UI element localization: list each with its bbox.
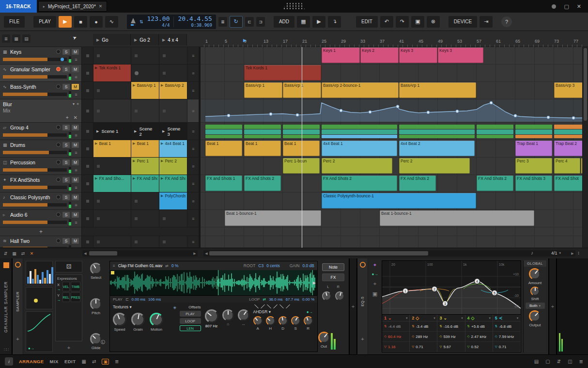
arranger-clip[interactable]: FX And Shots 2 [244,176,281,191]
eq-band-freq-value[interactable]: ◇289 Hz [410,332,437,342]
group-clip-segment[interactable] [205,135,242,138]
volume-slider[interactable] [3,221,67,224]
tab-mix[interactable]: MIX [50,359,59,364]
cue-marker-icon[interactable]: ▶ [243,38,247,43]
arranger-clip[interactable]: FX And Shots 2 [322,176,397,191]
launcher-row-menu-icon[interactable]: ≡ [187,158,199,175]
device-panel-toggle-icon[interactable]: ▣ [102,359,109,365]
volume-slider[interactable] [3,58,67,61]
record-arm-button[interactable] [56,49,61,54]
solo-button[interactable]: S [62,160,70,165]
decay-knob[interactable] [279,316,288,325]
mod-step-bar[interactable] [46,270,48,284]
pitch-knob[interactable] [90,298,102,310]
loop-region[interactable] [218,270,313,295]
pre-roll-button[interactable]: ≣ [218,17,227,27]
amount-knob[interactable] [529,268,541,280]
solo-button[interactable]: S [62,194,70,200]
arranger-clip[interactable]: Perc 2 [399,158,470,174]
track-menu-icon[interactable]: ≡ [73,133,79,138]
arranger-clip[interactable]: BassArp 3 [554,82,582,98]
envelope-shape-icons[interactable] [253,304,313,308]
group-clip-segment[interactable] [554,129,582,134]
solo-button[interactable]: S [62,177,70,183]
groove-icon[interactable]: ♪ [531,250,533,256]
track-list-menu-icon[interactable]: ≣ [2,34,10,43]
envelope-mode-select[interactable]: AHDSR ▾ [253,309,271,314]
group-clip-segment[interactable] [283,125,320,129]
pin-icon[interactable]: ⌖ [77,101,79,107]
launcher-row-menu-icon[interactable]: ≡ [187,236,199,247]
automation-curve[interactable] [201,99,582,123]
scroll-right-icon[interactable]: ▶ [192,252,198,256]
shift-knob[interactable] [530,287,540,296]
select-knob[interactable] [90,263,102,274]
position-value[interactable]: 20.4.4.55 [178,16,212,23]
track-x[interactable]: + [0,227,81,236]
solo-button[interactable]: S [62,66,70,72]
track-menu-icon[interactable]: ≡ [73,150,79,155]
expression-vel-button[interactable]: VEL [62,282,70,291]
purple-modulator-icon[interactable]: ✦ [373,262,377,268]
launcher-row-menu-icon[interactable]: ≡ [187,47,199,64]
eq-frequency-graph[interactable]: 201001k10k+10-10-20 12345 [382,260,521,315]
eq-band-gain-value[interactable]: ⇅-6.8 dB [493,321,520,332]
volume-slider[interactable] [3,203,67,207]
solo-button[interactable]: S [62,142,70,148]
launcher-row-menu-icon[interactable]: ≡ [187,82,199,99]
group-clip-segment[interactable] [515,125,552,129]
start-marker[interactable] [111,271,114,274]
record-arm-button[interactable] [56,212,61,217]
fx-tab-button[interactable]: FX [322,273,344,281]
group-clip-segment[interactable] [283,135,320,138]
project-tab[interactable]: ▸ MyProject_16T_2020* ✕ [38,1,108,12]
scene-header-4-x-4[interactable]: ▶4 x 4 [159,34,187,46]
arranger-clip[interactable]: FX And Shot [554,176,582,191]
solo-button[interactable]: S [62,238,70,244]
metronome-button[interactable] [131,18,136,26]
scroll-left-icon[interactable]: ◀ [82,252,88,256]
clip-stop-button[interactable] [82,192,93,209]
volume-slider[interactable] [3,93,67,96]
group-clip-segment[interactable] [244,125,281,129]
curve-modulator[interactable]: ●→ [26,311,53,352]
track-bass-synth[interactable]: ∿Bass-SynthSM≡ [0,82,81,99]
mute-button[interactable]: M [72,238,79,244]
group-clip-segment[interactable] [283,129,320,134]
arranger-clip[interactable]: Perc 5 [581,158,582,174]
automation-node[interactable] [547,116,550,119]
launcher-clip[interactable]: ▶Perc 1 [131,158,159,175]
volume-slider[interactable] [3,133,67,137]
launcher-slot[interactable] [159,236,187,247]
launcher-slot[interactable] [131,64,159,81]
add-modulator-slot[interactable]: + [373,281,376,287]
clip-stop-button[interactable] [82,210,93,227]
launcher-slot[interactable] [159,47,187,64]
dice-modulator[interactable]: ⚄ [55,261,82,272]
expression-timb-button[interactable]: TIMB [71,282,81,291]
add-modulator-icon[interactable]: + [13,336,23,342]
track-granular-sampler[interactable]: ∿Granular SamplerSM≡ [0,64,81,82]
arranger-timeline[interactable]: Keys 1Keys 2Keys 3Keys 3Tek Kords 1BassA… [200,47,582,248]
clip-stop-button[interactable] [82,236,93,247]
restore-window-button[interactable]: ▢ [564,3,569,10]
loop-button[interactable]: ↻ [230,16,243,28]
duplicate-button[interactable]: ▣ [411,16,424,28]
mute-button[interactable]: M [72,142,79,148]
launcher-scene-clip[interactable]: ▶Scene 1 [93,123,131,140]
solo-button[interactable]: S [62,125,70,130]
grain-knob[interactable] [131,313,145,326]
browser-panel-icon[interactable]: ▢ [545,359,550,364]
track-menu-icon[interactable]: ≡ [73,92,79,97]
track-audio-6[interactable]: ▹Audio 6SM≡ [0,210,81,227]
arranger-clip[interactable]: 4x4 Beat 1 [322,141,397,156]
record-arm-button[interactable] [56,143,61,147]
group-clip-segment[interactable] [399,125,475,129]
mod-step-bar[interactable] [42,272,44,284]
pan-left-knob[interactable] [322,291,331,301]
eq-band-header[interactable]: 1⌄▾ [382,315,409,321]
mute-button[interactable]: M [72,160,79,165]
eq-band-freq-value[interactable]: ◇60.4 Hz [382,332,409,342]
track-blur[interactable]: Blur▾⌖Mix+✕ [0,99,81,123]
jitter-knob[interactable] [238,309,249,321]
